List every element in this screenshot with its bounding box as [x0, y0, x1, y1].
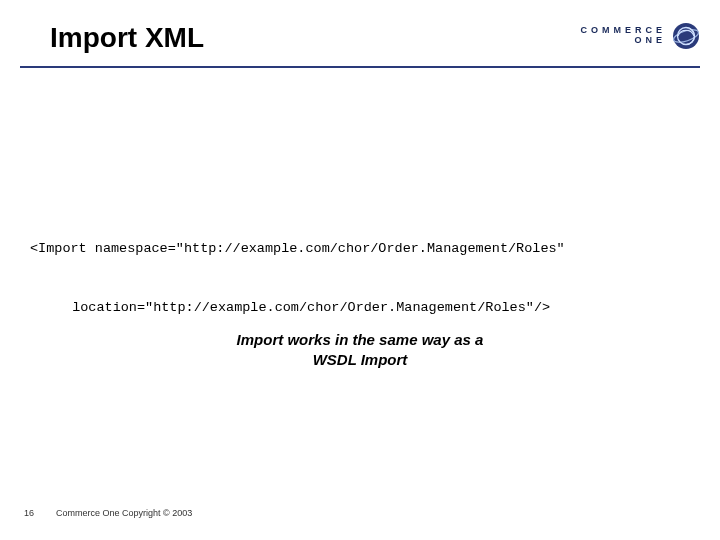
- note-line: Import works in the same way as a: [0, 330, 720, 350]
- copyright-text: Commerce One Copyright © 2003: [56, 508, 192, 518]
- note-line: WSDL Import: [0, 350, 720, 370]
- brand-logo-text: COMMERCE ONE: [581, 26, 667, 46]
- brand-logo-line2: ONE: [581, 36, 667, 46]
- page-number: 16: [24, 508, 34, 518]
- brand-logo: COMMERCE ONE: [581, 22, 701, 50]
- footer: 16 Commerce One Copyright © 2003: [24, 508, 192, 518]
- header: Import XML COMMERCE ONE: [50, 22, 700, 54]
- code-line: location="http://example.com/chor/Order.…: [30, 298, 690, 318]
- title-divider: [20, 66, 700, 68]
- code-line: <Import namespace="http://example.com/ch…: [30, 239, 690, 259]
- slide-note: Import works in the same way as a WSDL I…: [0, 330, 720, 371]
- globe-icon: [672, 22, 700, 50]
- page-title: Import XML: [50, 22, 204, 54]
- slide: Import XML COMMERCE ONE <Import namespac…: [0, 0, 720, 540]
